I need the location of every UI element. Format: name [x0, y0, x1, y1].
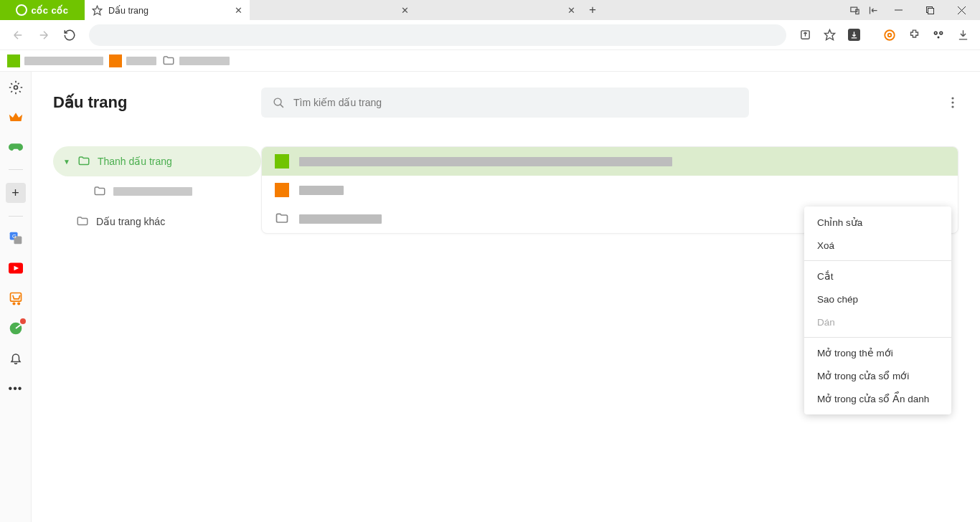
context-menu: Chỉnh sửa Xoá Cắt Sao chép Dán Mở trong …	[804, 207, 951, 414]
translate-icon[interactable]: G	[7, 229, 24, 247]
ctx-paste: Dán	[804, 310, 951, 333]
coccoc-icon	[16, 4, 27, 16]
tab-inactive-2[interactable]: ✕	[416, 0, 583, 20]
favicon-green	[7, 54, 20, 67]
tab-inactive-1[interactable]: ✕	[250, 0, 416, 20]
folder-tree: ▼ Thanh dấu trang Dấu trang khác	[53, 130, 261, 237]
back-button[interactable]	[7, 24, 29, 46]
redacted-text	[299, 214, 382, 224]
separator	[804, 337, 951, 338]
search-input[interactable]	[293, 97, 738, 108]
close-icon[interactable]: ✕	[401, 5, 409, 16]
address-bar[interactable]	[89, 24, 786, 46]
devices-icon[interactable]	[847, 2, 862, 18]
svg-point-25	[17, 303, 19, 305]
close-icon[interactable]: ✕	[567, 5, 575, 16]
svg-point-30	[951, 101, 953, 103]
bookmark-item[interactable]	[109, 54, 156, 67]
ctx-open-window[interactable]: Mở trong cửa sổ mới	[804, 364, 951, 387]
more-icon[interactable]: •••	[7, 380, 24, 397]
tree-item-child[interactable]	[53, 176, 261, 207]
bookmark-folder[interactable]	[162, 54, 230, 67]
import-icon[interactable]	[865, 2, 881, 18]
close-button[interactable]	[947, 0, 976, 20]
bell-icon[interactable]	[7, 350, 24, 367]
divider	[9, 169, 23, 170]
coccoc-menu-icon[interactable]	[880, 25, 900, 45]
divider	[9, 216, 23, 217]
favicon-green	[275, 154, 289, 169]
svg-point-11	[888, 33, 892, 37]
window-controls	[847, 0, 980, 20]
page-title: Dấu trang	[53, 93, 261, 112]
gear-icon[interactable]	[7, 79, 24, 96]
ctx-open-incognito[interactable]: Mở trong cửa sổ Ẩn danh	[804, 387, 951, 410]
svg-point-10	[885, 30, 895, 40]
redacted-text	[126, 57, 156, 65]
cart-icon[interactable]	[7, 290, 24, 307]
svg-text:G: G	[12, 233, 17, 239]
titlebar: cốc cốc Dấu trang ✕ ✕ ✕ +	[0, 0, 980, 20]
forward-button[interactable]	[33, 24, 55, 46]
svg-marker-0	[93, 6, 102, 15]
svg-point-27	[274, 98, 281, 105]
ctx-delete[interactable]: Xoá	[804, 234, 951, 257]
tree-item-root[interactable]: ▼ Thanh dấu trang	[53, 146, 261, 176]
minimize-button[interactable]	[884, 0, 913, 20]
svg-point-31	[951, 105, 953, 108]
redacted-text	[113, 187, 192, 196]
svg-rect-5	[928, 8, 933, 14]
tree-label: Thanh dấu trang	[98, 156, 172, 167]
favicon-orange	[275, 183, 289, 197]
redacted-text	[299, 186, 344, 195]
search-box[interactable]	[261, 87, 749, 118]
svg-marker-9	[824, 29, 834, 39]
svg-point-15	[941, 32, 942, 33]
kebab-menu[interactable]	[947, 92, 958, 113]
tab-active[interactable]: Dấu trang ✕	[85, 0, 250, 20]
ctx-open-tab[interactable]: Mở trong thẻ mới	[804, 341, 951, 364]
folder-icon	[162, 54, 175, 67]
ctx-edit[interactable]: Chỉnh sửa	[804, 211, 951, 234]
brand-label: cốc cốc	[31, 5, 68, 16]
favicon-orange	[109, 54, 122, 67]
add-button[interactable]: +	[6, 183, 26, 203]
separator	[804, 260, 951, 261]
tree-label: Dấu trang khác	[96, 216, 165, 227]
crown-icon[interactable]	[7, 109, 24, 126]
youtube-icon[interactable]	[7, 260, 24, 277]
redacted-text	[179, 57, 230, 65]
extensions-icon[interactable]	[904, 25, 924, 45]
svg-point-14	[935, 32, 936, 33]
ctx-copy[interactable]: Sao chép	[804, 288, 951, 310]
tree-item-other[interactable]: Dấu trang khác	[53, 207, 261, 237]
chevron-down-icon: ▼	[63, 158, 70, 166]
panda-icon[interactable]	[928, 25, 948, 45]
star-icon	[92, 5, 103, 16]
svg-point-17	[14, 86, 17, 90]
list-row[interactable]	[262, 176, 958, 204]
gamepad-icon[interactable]	[7, 139, 24, 156]
svg-point-24	[13, 303, 15, 305]
folder-icon	[77, 155, 90, 168]
maximize-button[interactable]	[915, 0, 944, 20]
main-content: Dấu trang ▼ Thanh dấu trang	[32, 72, 980, 522]
share-icon[interactable]	[795, 25, 815, 45]
downloads-tray-icon[interactable]	[953, 25, 973, 45]
tab-title: Dấu trang	[108, 5, 149, 16]
close-icon[interactable]: ✕	[235, 5, 242, 16]
download-icon[interactable]	[844, 25, 864, 45]
new-tab-button[interactable]: +	[583, 3, 603, 17]
svg-point-16	[938, 36, 940, 38]
page-header: Dấu trang	[53, 87, 980, 118]
star-icon[interactable]	[819, 25, 839, 45]
toolbar	[0, 20, 980, 50]
brand-logo[interactable]: cốc cốc	[0, 0, 85, 20]
bookmark-item[interactable]	[7, 54, 103, 67]
svg-point-29	[951, 97, 953, 99]
list-row[interactable]	[262, 147, 958, 176]
bookmarks-bar	[0, 50, 980, 72]
radar-icon[interactable]	[7, 320, 24, 337]
ctx-cut[interactable]: Cắt	[804, 265, 951, 288]
reload-button[interactable]	[59, 24, 80, 46]
